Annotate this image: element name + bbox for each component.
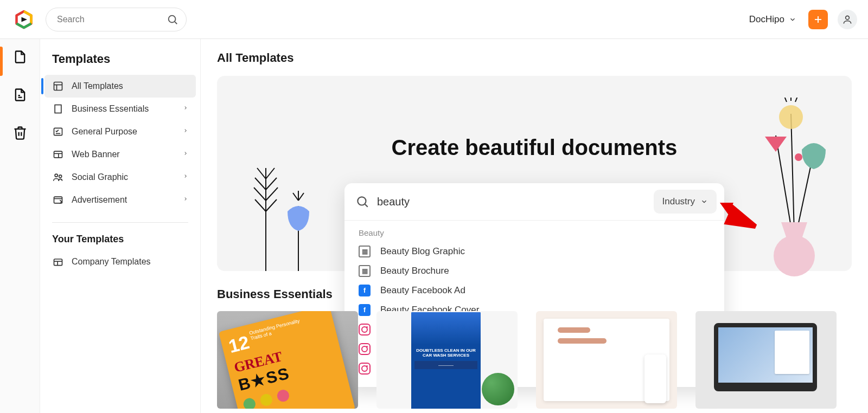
building-icon xyxy=(52,103,64,115)
document-type-icon: ▦ xyxy=(359,265,371,277)
industry-label: Industry xyxy=(662,196,695,207)
template-card[interactable] xyxy=(536,311,677,409)
rail-trash[interactable] xyxy=(12,125,28,141)
laptop-art xyxy=(714,323,817,391)
category-label: General Purpose xyxy=(72,127,137,137)
sidebar-category-all-templates[interactable]: All Templates xyxy=(44,75,196,98)
flower-illustration-left xyxy=(244,157,320,276)
svg-point-50 xyxy=(795,153,802,161)
carwash-card-art: DOUBTLESS CLEAN IN OUR CAR WASH SERVICES… xyxy=(411,312,481,409)
svg-line-39 xyxy=(293,193,298,201)
boss-card-art: 12 Outstanding Personality Traits of a G… xyxy=(219,311,355,409)
search-icon xyxy=(355,195,369,209)
svg-line-35 xyxy=(266,188,278,201)
chevron-down-icon xyxy=(700,198,708,205)
boss-tagline: Outstanding Personality Traits of a xyxy=(248,317,309,341)
sidebar-your-company-templates[interactable]: Company Templates xyxy=(44,250,196,273)
suggestion-label: Beauty Brochure xyxy=(380,266,449,276)
your-templates-title: Your Templates xyxy=(44,234,196,250)
svg-line-48 xyxy=(784,98,787,102)
chevron-right-icon xyxy=(183,104,188,114)
workspace-selector[interactable]: DocHipo xyxy=(749,14,796,25)
header-search[interactable] xyxy=(46,8,187,31)
chevron-right-icon xyxy=(183,127,188,137)
rail-documents[interactable] xyxy=(12,87,28,103)
chevron-right-icon xyxy=(183,195,188,205)
svg-point-23 xyxy=(59,175,62,178)
carwash-line1: DOUBTLESS CLEAN IN OUR xyxy=(414,348,477,353)
checklist-icon xyxy=(52,126,64,138)
suggestion-label: Beauty Blog Graphic xyxy=(380,246,465,257)
svg-line-31 xyxy=(266,168,275,179)
plus-icon xyxy=(813,15,823,24)
sidebar-category-general-purpose[interactable]: General Purpose xyxy=(44,120,196,143)
suggestion-item[interactable]: ▦Beauty Brochure xyxy=(344,261,724,281)
template-card[interactable]: 12 Outstanding Personality Traits of a G… xyxy=(217,311,358,409)
industry-filter-button[interactable]: Industry xyxy=(654,190,717,214)
svg-line-32 xyxy=(255,178,266,190)
svg-point-53 xyxy=(358,197,366,205)
category-label: Web Banner xyxy=(72,150,120,159)
chevron-right-icon xyxy=(183,150,188,159)
carwash-line2: CAR WASH SERVICES xyxy=(414,353,477,358)
your-template-label: Company Templates xyxy=(72,257,151,267)
annotation-arrow xyxy=(714,203,758,235)
boss-number: 12 xyxy=(226,332,251,357)
svg-line-42 xyxy=(776,135,792,233)
svg-line-30 xyxy=(257,168,266,179)
svg-line-1 xyxy=(175,22,177,24)
svg-rect-7 xyxy=(54,82,62,91)
app-header: DocHipo xyxy=(0,0,868,39)
category-label: Business Essentials xyxy=(72,104,149,114)
account-button[interactable] xyxy=(838,10,857,29)
svg-line-49 xyxy=(795,98,797,102)
sidebar-title: Templates xyxy=(44,52,196,72)
sidebar-category-business-essentials[interactable]: Business Essentials xyxy=(44,98,196,120)
note-icon xyxy=(12,87,28,102)
suggestion-item[interactable]: ▦Beauty Blog Graphic xyxy=(344,242,724,261)
layout-icon xyxy=(52,149,64,160)
grid-icon xyxy=(52,80,64,92)
facebook-icon: f xyxy=(359,285,371,296)
template-search-input[interactable] xyxy=(377,196,646,208)
svg-marker-55 xyxy=(714,203,758,233)
suggestion-label: Beauty Facebook Ad xyxy=(380,285,465,296)
sidebar-category-social-graphic[interactable]: Social Graphic xyxy=(44,166,196,189)
svg-point-22 xyxy=(55,174,58,177)
rail-active-indicator xyxy=(0,47,3,76)
svg-point-4 xyxy=(846,16,850,20)
template-card[interactable]: DOUBTLESS CLEAN IN OUR CAR WASH SERVICES… xyxy=(376,311,518,409)
chevron-down-icon xyxy=(789,16,796,23)
window-icon xyxy=(52,194,64,206)
nav-rail xyxy=(0,39,40,413)
svg-rect-10 xyxy=(55,105,61,113)
header-search-input[interactable] xyxy=(57,15,167,24)
svg-line-37 xyxy=(266,199,277,211)
svg-rect-17 xyxy=(54,128,62,135)
instagram-icon xyxy=(359,324,371,335)
workspace-label: DocHipo xyxy=(749,14,784,25)
template-card[interactable] xyxy=(695,311,837,409)
search-icon xyxy=(167,14,178,25)
suggestion-item[interactable]: fBeauty Facebook Ad xyxy=(344,281,724,300)
svg-line-34 xyxy=(254,188,266,201)
svg-point-0 xyxy=(169,15,176,22)
create-new-button[interactable] xyxy=(808,10,828,29)
trash-icon xyxy=(12,125,28,140)
svg-line-40 xyxy=(298,193,304,201)
flower-illustration-right xyxy=(738,98,835,276)
sidebar-category-advertisement[interactable]: Advertisement xyxy=(44,189,196,211)
svg-point-52 xyxy=(774,235,815,276)
svg-marker-45 xyxy=(765,137,787,152)
people-icon xyxy=(52,171,64,183)
svg-line-33 xyxy=(266,178,277,190)
hero-banner: Create beautiful documents xyxy=(217,76,852,271)
chevron-right-icon xyxy=(183,172,188,182)
sidebar-category-web-banner[interactable]: Web Banner xyxy=(44,143,196,166)
sidebar-divider xyxy=(52,222,188,223)
category-label: Social Graphic xyxy=(72,172,128,182)
app-logo[interactable] xyxy=(8,10,40,29)
page-title: All Templates xyxy=(217,51,852,65)
document-icon xyxy=(12,49,28,64)
rail-templates[interactable] xyxy=(12,49,28,65)
